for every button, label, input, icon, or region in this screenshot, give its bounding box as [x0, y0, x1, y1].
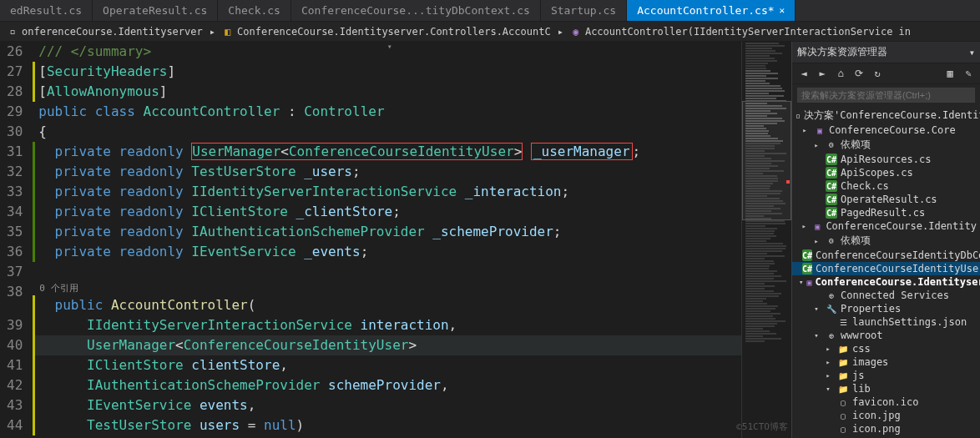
- breadcrumb-class[interactable]: ◧ ConferenceCourse.Identityserver.Contro…: [222, 26, 551, 38]
- code-line[interactable]: private readonly IEventService _events;: [33, 242, 741, 262]
- tab-label: AccountController.cs*: [637, 4, 774, 17]
- chevron-icon[interactable]: ▾: [811, 330, 822, 341]
- chevron-icon[interactable]: ▸: [822, 343, 834, 355]
- tree-node[interactable]: ▸⚙依赖项: [792, 137, 980, 153]
- close-icon[interactable]: ✕: [780, 5, 786, 16]
- code-line[interactable]: public AccountController(: [33, 295, 741, 315]
- code-line[interactable]: IClientStore clientStore,: [33, 355, 741, 375]
- solution-explorer-title: 解决方案资源管理器: [797, 45, 887, 59]
- chevron-icon[interactable]: ▸: [822, 370, 834, 381]
- chevron-icon[interactable]: ▾: [811, 303, 822, 315]
- tree-node[interactable]: ▾🔧Properties: [792, 302, 980, 315]
- editor-tab[interactable]: Check.cs: [218, 0, 291, 21]
- code-line[interactable]: {: [33, 122, 741, 142]
- tree-node[interactable]: ▢icon.png: [792, 422, 980, 435]
- editor-tabs: edResult.csOperateResult.csCheck.csConfe…: [0, 0, 980, 22]
- chevron-icon[interactable]: ▾: [799, 276, 803, 288]
- solution-explorer-toolbar: ◄ ► ⌂ ⟳ ↻ ▦ ✎: [792, 63, 980, 84]
- code-line[interactable]: TestUserStore users = null): [33, 415, 741, 435]
- codelens[interactable]: 0 个引用: [33, 282, 741, 295]
- tree-node[interactable]: ⊕Connected Services: [792, 289, 980, 302]
- tree-label: wwwroot: [841, 330, 883, 341]
- editor-tab[interactable]: OperateResult.cs: [93, 0, 218, 21]
- solution-tree[interactable]: ▫ 决方案'ConferenceCourse.Identityserver' ▸…: [792, 106, 980, 438]
- chevron-icon[interactable]: ▸: [822, 356, 834, 368]
- tree-node[interactable]: C#Check.cs: [792, 179, 980, 193]
- chevron-icon[interactable]: ▾: [822, 383, 834, 395]
- forward-icon[interactable]: ►: [816, 67, 829, 80]
- minimap-viewport[interactable]: [742, 101, 791, 220]
- code-line[interactable]: UserManager<ConferenceCourseIdentityUser…: [33, 335, 741, 355]
- code-line[interactable]: [33, 262, 741, 282]
- tree-label: icon.png: [852, 423, 901, 435]
- tree-node[interactable]: C#ApiResources.cs: [792, 153, 980, 166]
- editor-tab[interactable]: edResult.cs: [0, 0, 93, 21]
- tree-label: ConferenceCourse.Identityserver: [815, 276, 980, 288]
- method-icon: ◉: [570, 26, 582, 38]
- editor-tab[interactable]: Startup.cs: [541, 0, 627, 21]
- tree-label: OperateResult.cs: [841, 194, 937, 205]
- code-line[interactable]: IAuthenticationSchemeProvider schemeProv…: [33, 375, 741, 395]
- tab-label: Check.cs: [228, 4, 280, 17]
- back-icon[interactable]: ◄: [797, 67, 811, 80]
- tree-node[interactable]: ▸📁js: [792, 369, 980, 382]
- solution-node[interactable]: ▫ 决方案'ConferenceCourse.Identityserver': [792, 108, 980, 123]
- sync-icon[interactable]: ⟳: [852, 67, 866, 80]
- solution-icon: ▫: [796, 110, 801, 122]
- tree-node[interactable]: ▾▣ConferenceCourse.Identityserver: [792, 275, 980, 289]
- tree-label: 依赖项: [841, 234, 871, 248]
- tree-node[interactable]: C#ApiScopes.cs: [792, 166, 980, 179]
- chevron-icon[interactable]: ▸: [799, 220, 809, 232]
- code-line[interactable]: [SecurityHeaders]: [33, 62, 741, 82]
- code-line[interactable]: private readonly TestUserStore _users;: [33, 162, 741, 182]
- code-line[interactable]: private readonly IClientStore _clientSto…: [33, 202, 741, 222]
- chevron-icon[interactable]: ▸: [799, 124, 811, 136]
- minimap[interactable]: [741, 42, 791, 438]
- tab-label: Startup.cs: [551, 4, 616, 17]
- code-line[interactable]: [AllowAnonymous]: [33, 82, 741, 102]
- ruler-marker: ▾: [387, 42, 396, 48]
- tree-node[interactable]: ▾⊕wwwroot: [792, 329, 980, 342]
- home-icon[interactable]: ⌂: [834, 67, 847, 80]
- editor-tab[interactable]: AccountController.cs*✕: [627, 0, 796, 21]
- tree-node[interactable]: C#ConferenceCourseIdentityDbContex: [792, 249, 980, 262]
- tree-node[interactable]: ▢icon.jpg: [792, 409, 980, 422]
- tree-node[interactable]: ▸▣ConferenceCourse.Core: [792, 123, 980, 137]
- tree-node[interactable]: C#OperateResult.cs: [792, 193, 980, 206]
- tree-label: css: [852, 343, 871, 355]
- editor-tab[interactable]: ConferenceCourse...tityDbContext.cs: [291, 0, 541, 21]
- chevron-icon[interactable]: ▸: [811, 139, 822, 151]
- tree-label: ConferenceCourse.Identity: [826, 220, 977, 232]
- breadcrumb: ▫ onferenceCourse.Identityserver ▸ ◧ Con…: [0, 22, 980, 42]
- tree-label: 依赖项: [841, 138, 871, 152]
- tree-label: images: [852, 356, 888, 368]
- tree-node[interactable]: C#ConferenceCourseIdentityUser.cs: [792, 262, 980, 275]
- refresh-icon[interactable]: ↻: [871, 67, 884, 80]
- tree-node[interactable]: ▢favicon.ico: [792, 395, 980, 409]
- solution-search-input[interactable]: [797, 88, 975, 103]
- code-line[interactable]: IEventService events,: [33, 395, 741, 415]
- code-editor[interactable]: 2627282930313233343536373839404142434445…: [0, 42, 791, 438]
- code-line[interactable]: private readonly IAuthenticationSchemePr…: [33, 222, 741, 242]
- tree-label: ConferenceCourse.Core: [829, 124, 956, 136]
- tree-node[interactable]: C#PagedResult.cs: [792, 206, 980, 219]
- properties-icon[interactable]: ✎: [962, 67, 975, 80]
- breadcrumb-namespace[interactable]: ▫ onferenceCourse.Identityserver: [7, 26, 203, 38]
- show-all-icon[interactable]: ▦: [943, 67, 957, 80]
- chevron-icon[interactable]: ▸: [811, 235, 822, 247]
- tree-node[interactable]: ▸▣ConferenceCourse.Identity: [792, 219, 980, 233]
- tree-node[interactable]: ▸📁css: [792, 342, 980, 355]
- tree-node[interactable]: ▸⚙依赖项: [792, 233, 980, 249]
- tree-node[interactable]: ▾📁lib: [792, 382, 980, 395]
- tree-node[interactable]: ☰launchSettings.json: [792, 315, 980, 329]
- breadcrumb-member[interactable]: ◉ AccountController(IIdentityServerInter…: [570, 26, 911, 38]
- panel-menu-icon[interactable]: ▾: [969, 47, 975, 58]
- tree-node[interactable]: ▸📁images: [792, 355, 980, 369]
- tree-label: icon.jpg: [852, 410, 901, 421]
- code-line[interactable]: public class AccountController : Control…: [33, 102, 741, 122]
- tree-label: favicon.ico: [852, 396, 918, 408]
- code-line[interactable]: private readonly UserManager<ConferenceC…: [33, 142, 741, 162]
- code-line[interactable]: private readonly IIdentityServerInteract…: [33, 182, 741, 202]
- code-area[interactable]: ▾ /// </summary>[SecurityHeaders][AllowA…: [33, 42, 741, 438]
- code-line[interactable]: IIdentityServerInteractionService intera…: [33, 315, 741, 335]
